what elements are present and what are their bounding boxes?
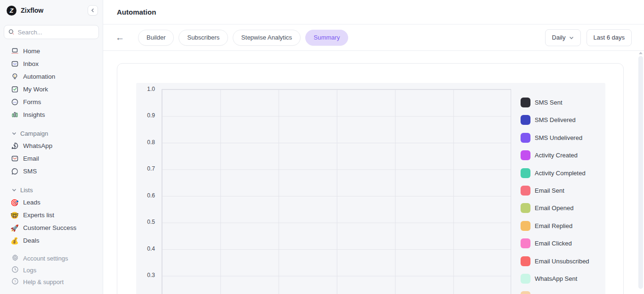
legend-item[interactable]: Email Replied xyxy=(521,221,589,231)
automation-icon xyxy=(10,73,19,81)
sidebar-collapse-button[interactable] xyxy=(88,5,98,16)
zixflow-logo: Z xyxy=(7,6,16,16)
y-tick-label: 0.7 xyxy=(136,165,155,172)
date-range-button[interactable]: Last 6 days xyxy=(587,29,632,46)
sidebar-item-experts-list[interactable]: 🤓 Experts list xyxy=(0,209,103,221)
legend-item[interactable]: SMS Undelivered xyxy=(521,133,589,143)
sidebar-item-insights[interactable]: Insights xyxy=(0,108,103,121)
sidebar-item-logs[interactable]: Logs xyxy=(0,264,103,276)
footer-item-label: Account settings xyxy=(23,255,68,262)
legend-label: Activity Completed xyxy=(535,170,586,177)
brand-name: Zixflow xyxy=(21,7,88,14)
footer-item-label: Logs xyxy=(23,267,36,274)
y-tick-label: 0.3 xyxy=(136,272,155,278)
sidebar-item-label: Customer Success xyxy=(23,224,76,231)
summary-chart-card: 1.00.90.80.70.60.50.40.3 SMS SentSMS Del… xyxy=(117,63,624,294)
sidebar-item-label: Leads xyxy=(23,199,41,206)
sms-icon xyxy=(10,167,19,176)
sidebar-item-sms[interactable]: SMS xyxy=(0,165,103,178)
whatsapp-icon xyxy=(10,142,19,150)
legend-label: SMS Sent xyxy=(535,99,562,106)
legend-item[interactable]: Activity Completed xyxy=(521,168,589,178)
page-title: Automation xyxy=(117,8,156,16)
scrollbar-thumb[interactable] xyxy=(638,56,643,289)
sidebar-item-label: Inbox xyxy=(23,60,39,67)
tab-builder[interactable]: Builder xyxy=(138,30,174,46)
legend-swatch xyxy=(521,274,530,284)
section-label: Lists xyxy=(20,187,33,194)
footer-item-label: Help & support xyxy=(23,278,64,286)
nerd-face-emoji-icon: 🤓 xyxy=(10,211,19,220)
tab-stepwise-analytics[interactable]: Stepwise Analytics xyxy=(233,30,301,46)
legend-label: SMS Delivered xyxy=(535,116,576,123)
legend-label: Email Replied xyxy=(535,222,572,229)
legend-item[interactable]: Email Unsubscribed xyxy=(521,256,589,266)
legend-label: Email Sent xyxy=(535,187,564,194)
gear-icon xyxy=(11,254,19,263)
sidebar-footer: Account settings Logs ? Help & support xyxy=(0,253,103,288)
chart-surface: 1.00.90.80.70.60.50.40.3 SMS SentSMS Del… xyxy=(136,83,605,294)
legend-swatch xyxy=(521,98,530,107)
y-tick-label: 0.5 xyxy=(136,219,155,225)
sidebar-item-label: Automation xyxy=(23,73,55,80)
title-bar: Automation xyxy=(103,0,644,24)
help-icon: ? xyxy=(11,278,19,286)
sidebar-item-automation[interactable]: Automation xyxy=(0,70,103,83)
chevron-down-icon xyxy=(12,131,16,136)
legend-item[interactable] xyxy=(521,291,589,294)
sidebar-item-label: Email xyxy=(23,155,39,162)
y-tick-label: 0.9 xyxy=(136,112,155,119)
sidebar-item-account-settings[interactable]: Account settings xyxy=(0,253,103,264)
back-button[interactable]: ← xyxy=(115,33,124,42)
y-tick-label: 0.8 xyxy=(136,139,155,146)
search-icon xyxy=(8,29,15,35)
legend-item[interactable]: Email Opened xyxy=(521,203,589,213)
sidebar-item-deals[interactable]: 💰 Deals xyxy=(0,234,103,247)
chevron-left-icon xyxy=(90,8,95,13)
sidebar-item-whatsapp[interactable]: WhatsApp xyxy=(0,139,103,152)
sidebar-item-help-support[interactable]: ? Help & support xyxy=(0,276,103,288)
toolbar: ← Builder Subscribers Stepwise Analytics… xyxy=(103,24,644,51)
sidebar-item-forms[interactable]: Forms xyxy=(0,96,103,108)
y-tick-label: 0.6 xyxy=(136,192,155,199)
chevron-down-icon xyxy=(12,188,16,192)
chart-plot-grid xyxy=(162,89,511,294)
tab-subscribers[interactable]: Subscribers xyxy=(179,30,228,46)
forms-icon xyxy=(10,98,19,106)
sidebar: Z Zixflow Home Inbox Automation My Work … xyxy=(0,0,103,294)
rocket-emoji-icon: 🚀 xyxy=(10,224,19,232)
y-axis-labels: 1.00.90.80.70.60.50.40.3 xyxy=(136,83,158,294)
legend-swatch xyxy=(521,150,530,160)
y-tick-label: 1.0 xyxy=(136,86,155,92)
section-lists[interactable]: Lists xyxy=(0,184,103,196)
legend-swatch xyxy=(521,238,530,248)
sidebar-item-inbox[interactable]: Inbox xyxy=(0,57,103,70)
sidebar-item-home[interactable]: Home xyxy=(0,45,103,57)
search-input[interactable] xyxy=(18,29,95,36)
legend-swatch xyxy=(521,168,530,178)
search-box[interactable] xyxy=(4,25,99,39)
legend-label: WhatsApp Sent xyxy=(535,275,577,282)
sidebar-item-label: SMS xyxy=(23,168,37,175)
legend-item[interactable]: Email Sent xyxy=(521,186,589,196)
tab-summary[interactable]: Summary xyxy=(305,30,349,46)
sidebar-item-leads[interactable]: 🎯 Leads xyxy=(0,196,103,209)
legend-swatch xyxy=(521,133,530,143)
sidebar-item-label: WhatsApp xyxy=(23,142,52,149)
legend-label: Activity Created xyxy=(535,152,578,159)
sidebar-item-customer-success[interactable]: 🚀 Customer Success xyxy=(0,221,103,234)
period-dropdown[interactable]: Daily xyxy=(545,29,581,46)
vertical-scrollbar[interactable] xyxy=(638,52,644,294)
insights-icon xyxy=(10,111,19,119)
legend-item[interactable]: Activity Created xyxy=(521,150,589,160)
legend-item[interactable]: SMS Delivered xyxy=(521,115,589,125)
sidebar-nav: Home Inbox Automation My Work Forms Insi… xyxy=(0,45,103,121)
scrollbar-up-arrow-icon[interactable] xyxy=(639,52,643,54)
legend-item[interactable]: WhatsApp Sent xyxy=(521,274,589,284)
sidebar-item-my-work[interactable]: My Work xyxy=(0,83,103,96)
legend-item[interactable]: SMS Sent xyxy=(521,98,589,107)
section-campaign[interactable]: Campaign xyxy=(0,127,103,139)
sidebar-item-email[interactable]: Email xyxy=(0,152,103,165)
chart-legend: SMS SentSMS DeliveredSMS UndeliveredActi… xyxy=(521,98,589,294)
legend-item[interactable]: Email Clicked xyxy=(521,238,589,248)
